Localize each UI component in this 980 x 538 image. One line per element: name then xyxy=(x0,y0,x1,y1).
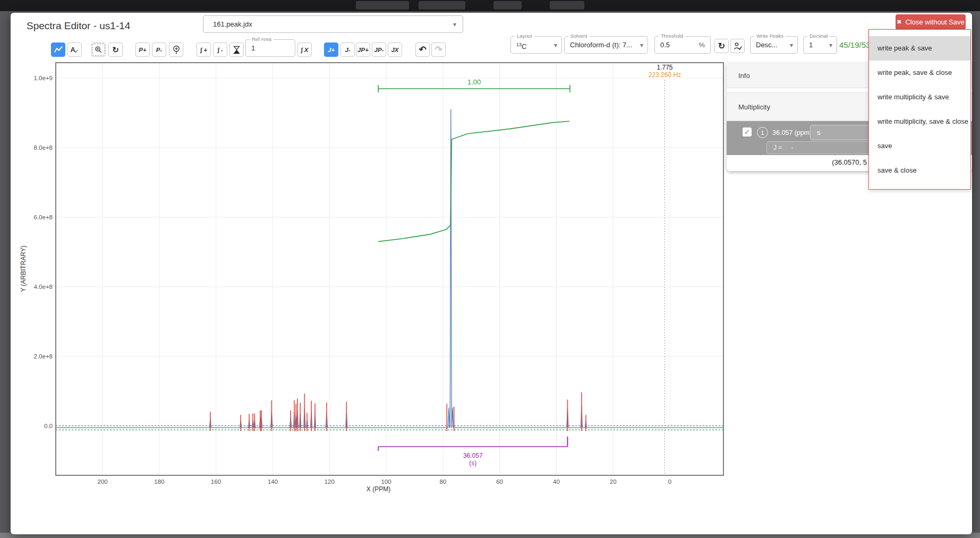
spectrum-display-button[interactable] xyxy=(51,42,65,57)
chevron-down-icon: ▾ xyxy=(640,41,643,49)
y-tick-label: 6.0e+8 xyxy=(34,214,53,220)
redo-button[interactable]: ↷ xyxy=(431,42,446,57)
pin-plus-icon xyxy=(172,45,181,55)
peaks-add-button[interactable]: P+ xyxy=(135,42,150,57)
background-window-tab xyxy=(550,1,584,10)
jp-remove-button[interactable]: JP- xyxy=(372,42,386,57)
plot-border xyxy=(56,63,723,475)
multiplet-type-label: (s) xyxy=(469,459,476,467)
peak-pick-button[interactable] xyxy=(169,42,183,57)
write-peaks-select[interactable]: Write Peaks Desc... ▾ xyxy=(750,36,798,54)
multiplet-shift-value: 36.057 (ppm) xyxy=(772,129,812,136)
background-window-tab xyxy=(493,1,522,10)
person-check-icon xyxy=(733,41,743,51)
menu-item-save[interactable]: save xyxy=(869,134,970,158)
y-tick-label: 4.0e+8 xyxy=(34,284,53,290)
chevron-down-icon: ▾ xyxy=(790,41,793,49)
x-tick-label: 160 xyxy=(211,479,221,485)
undo-arrow-icon: ↶ xyxy=(419,45,426,54)
layout-select[interactable]: Layout 13C ▾ xyxy=(510,36,562,54)
toolbar-button-label: JP+ xyxy=(357,47,369,53)
chevron-down-icon: ▾ xyxy=(829,41,832,49)
toolbar-button-label: JP- xyxy=(374,47,384,53)
j-remove-button[interactable]: J- xyxy=(340,42,355,57)
toolbar-button-label: ∫ + xyxy=(200,47,207,53)
x-tick-label: 120 xyxy=(325,479,335,485)
close-without-save-button[interactable]: ✖ Close without Save xyxy=(896,14,966,30)
background-window-tab xyxy=(356,1,409,10)
toolbar-button-label: J+ xyxy=(328,47,335,53)
integral-curve xyxy=(378,121,569,242)
recalculate-button[interactable]: ↻ xyxy=(714,39,729,53)
integral-add-button[interactable]: ∫ + xyxy=(197,42,211,57)
layout-value: 13C xyxy=(516,37,526,55)
integral-remove-all-button[interactable]: ∫ X xyxy=(297,42,312,57)
chevron-down-icon: ▾ xyxy=(453,21,456,28)
menu-item-save-close[interactable]: save & close xyxy=(869,158,970,183)
refresh-icon: ↻ xyxy=(718,41,725,51)
undo-button[interactable]: ↶ xyxy=(415,42,430,57)
background-window-tab xyxy=(419,1,465,10)
x-tick-label: 40 xyxy=(553,479,560,485)
x-tick-label: 0 xyxy=(668,479,671,485)
j-label: J = xyxy=(773,144,782,151)
chevron-down-icon: ▾ xyxy=(554,41,557,49)
peaks-remove-button[interactable]: P- xyxy=(152,42,166,57)
page-title: Spectra Editor - us1-14 xyxy=(27,20,130,32)
ref-area-field[interactable]: Ref Area 1 xyxy=(245,39,295,57)
jx-button[interactable]: JX xyxy=(388,42,402,57)
threshold-field[interactable]: Threshold 0.5 % xyxy=(654,36,711,54)
decimal-value: 1 xyxy=(809,37,813,53)
toolbar-button-label: JX xyxy=(391,47,398,53)
y-tick-label: 1.0e+9 xyxy=(34,75,53,81)
y-tick-label: 8.0e+8 xyxy=(34,144,53,151)
peaks-counter: 45/19/53 xyxy=(839,40,870,49)
toolbar-button-label: P- xyxy=(156,47,163,53)
toolbar-button-label: ∫ - xyxy=(217,47,223,53)
x-axis-title: X (PPM) xyxy=(21,485,736,493)
redo-arrow-icon: ↷ xyxy=(434,45,442,54)
spectrum-file-select[interactable]: 161.peak.jdx ▾ xyxy=(203,15,463,33)
crosshair-ppm-label: 1.775 xyxy=(657,64,673,71)
toolbar-button-label: ∫ X xyxy=(301,47,308,53)
zoom-reset-button[interactable]: ↻ xyxy=(108,42,123,57)
solvent-select[interactable]: Solvent Chloroform-d (t): 7... ▾ xyxy=(564,36,648,54)
x-tick-label: 180 xyxy=(154,479,164,485)
y-tick-label: 2.0e+8 xyxy=(34,353,53,360)
toolbar-button-label: P+ xyxy=(139,47,146,53)
x-tick-label: 100 xyxy=(381,479,391,485)
toolbar-button-label: J- xyxy=(345,47,350,53)
jp-add-button[interactable]: JP+ xyxy=(356,42,370,57)
x-tick-label: 200 xyxy=(98,479,108,485)
menu-item-write-peak-save-close[interactable]: write peak, save & close xyxy=(869,61,970,85)
ranges-picking-button[interactable]: A✓ xyxy=(67,42,82,57)
desktop-top-bar xyxy=(0,0,980,11)
auto-assign-button[interactable] xyxy=(730,39,745,53)
circular-arrow-icon: ↻ xyxy=(112,46,119,54)
integral-remove-button[interactable]: ∫ - xyxy=(213,42,227,57)
x-tick-label: 20 xyxy=(610,479,617,485)
spectrum-trace xyxy=(56,109,723,428)
solvent-value: Chloroform-d (t): 7... xyxy=(570,37,632,53)
auto-integrate-button[interactable] xyxy=(229,42,244,57)
multiplet-shift-label: 36.057 xyxy=(463,452,483,459)
spectrum-file-value: 161.peak.jdx xyxy=(213,16,252,32)
decimal-select[interactable]: Decimal 1 ▾ xyxy=(803,36,837,54)
threshold-unit: % xyxy=(698,37,705,53)
integral-value-label: 1.00 xyxy=(467,78,481,86)
menu-item-write-multiplicity-save-close[interactable]: write multiplicity, save & close xyxy=(869,109,970,134)
menu-item-write-peak-save[interactable]: write peak & save xyxy=(869,36,970,61)
multiplet-checkbox[interactable]: ✓ xyxy=(743,127,752,136)
x-tick-label: 140 xyxy=(268,479,278,485)
x-tick-label: 60 xyxy=(496,479,503,485)
ref-area-value: 1 xyxy=(251,40,255,56)
zigzag-line-icon xyxy=(53,45,64,55)
spectrum-plot[interactable]: 1.0036.057(s)1.775223.260 Hz200180160140… xyxy=(21,58,736,502)
menu-item-write-multiplicity-save[interactable]: write multiplicity & save xyxy=(869,85,970,109)
magnifier-dashed-icon xyxy=(92,44,105,56)
j-add-button[interactable]: J+ xyxy=(324,42,338,57)
spectra-editor-dialog: Spectra Editor - us1-14 161.peak.jdx ▾ ✖… xyxy=(11,13,972,534)
x-tick-label: 80 xyxy=(439,479,446,485)
save-options-menu: write peak & savewrite peak, save & clos… xyxy=(868,29,971,190)
zoom-tool-button[interactable] xyxy=(91,42,106,57)
